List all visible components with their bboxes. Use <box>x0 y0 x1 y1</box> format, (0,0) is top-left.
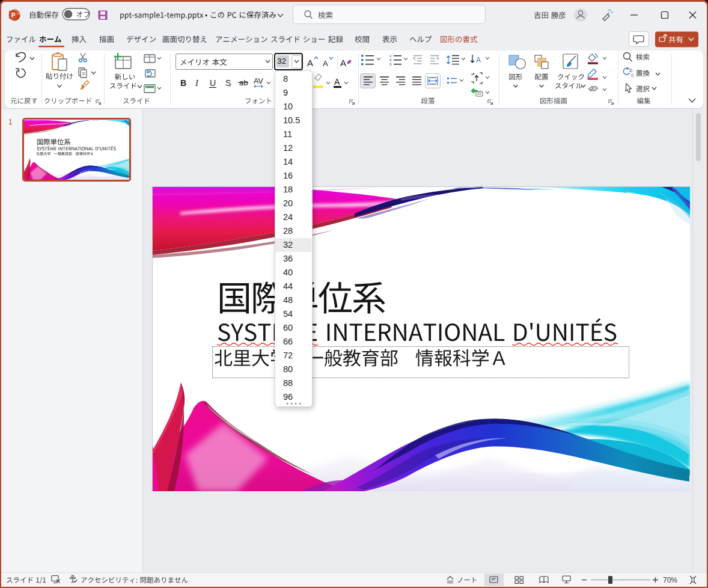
svg-text:B: B <box>180 78 186 88</box>
svg-text:3: 3 <box>389 63 392 66</box>
svg-text:A: A <box>340 58 346 68</box>
svg-text:c: c <box>631 72 634 78</box>
svg-text:2: 2 <box>389 58 392 62</box>
svg-text:AV: AV <box>254 77 263 85</box>
svg-text:S: S <box>227 79 232 88</box>
svg-text:A: A <box>334 77 340 87</box>
svg-text:U: U <box>210 78 216 88</box>
svg-text:A: A <box>307 58 313 68</box>
svg-text:A: A <box>476 56 481 64</box>
svg-text:I: I <box>195 78 199 88</box>
svg-text:A: A <box>323 59 328 68</box>
svg-text:P: P <box>11 12 16 19</box>
svg-text:1: 1 <box>389 54 392 58</box>
